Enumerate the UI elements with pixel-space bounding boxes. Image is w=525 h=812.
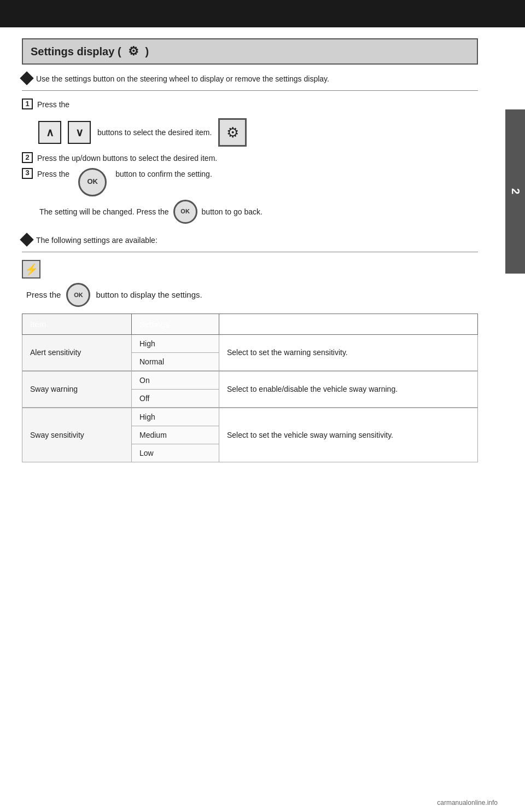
section-title-suffix: ): [145, 45, 149, 58]
divider-2: [22, 252, 478, 252]
item-cell-alert: Alert sensitivity: [22, 334, 132, 371]
details-cell-sway-warning: Select to enable/disable the vehicle swa…: [219, 371, 478, 408]
item-cell-sway-warning: Sway warning: [22, 371, 132, 408]
step3-sub-text2: button to go back.: [202, 206, 262, 218]
step-num-3: 3: [22, 168, 33, 179]
footer-watermark: carmanualonline.info: [437, 799, 498, 807]
ok-button-2[interactable]: OK: [173, 200, 197, 224]
settings-table: Item Settings Details Alert sensitivity …: [22, 314, 478, 462]
diamond-icon-1: [20, 71, 33, 85]
bullet-row-1: Use the settings button on the steering …: [22, 73, 478, 85]
divider-1: [22, 90, 478, 91]
nav-icons-row: ∧ ∨ buttons to select the desired item. …: [38, 118, 478, 147]
gear-icon: ⚙: [126, 44, 141, 59]
step-num-1: 1: [22, 98, 33, 109]
section-header: Settings display ( ⚙ ): [22, 38, 478, 65]
watermark-text: carmanualonline.info: [437, 799, 498, 807]
settings-cell-low: Low: [132, 444, 219, 462]
table-row: Sway sensitivity High Select to set the …: [22, 408, 478, 426]
ok-desc-text2: button to display the settings.: [96, 290, 202, 299]
table-row: Sway warning On Select to enable/disable…: [22, 371, 478, 390]
details-cell-sway-sensitivity: Select to set the vehicle sway warning s…: [219, 408, 478, 462]
step-row-2: 2 Press the up/down buttons to select th…: [22, 152, 478, 164]
step2-text: Press the up/down buttons to select the …: [37, 152, 217, 164]
bullet2-text: The following settings are available:: [36, 235, 478, 246]
function-icon: ⚡: [22, 260, 40, 279]
step1-text2: buttons to select the desired item.: [97, 126, 212, 138]
details-cell-alert: Select to set the warning sensitivity.: [219, 334, 478, 371]
step-num-2: 2: [22, 152, 33, 163]
step-row-3: 3 Press the OK button to confirm the set…: [22, 168, 478, 196]
ok-button-3[interactable]: OK: [66, 283, 90, 307]
bullet1-text: Use the settings button on the steering …: [36, 73, 478, 85]
step-row-1: 1 Press the: [22, 98, 478, 111]
settings-cell-high-2: High: [132, 408, 219, 426]
settings-cell-high-1: High: [132, 334, 219, 352]
ok-desc-text1: Press the: [26, 290, 61, 299]
table-row: Alert sensitivity High Select to set the…: [22, 334, 478, 352]
bullet-row-2: The following settings are available:: [22, 235, 478, 246]
section-title: Settings display (: [31, 45, 121, 58]
item-cell-sway-sensitivity: Sway sensitivity: [22, 408, 132, 462]
down-arrow-icon[interactable]: ∨: [68, 121, 91, 144]
settings-cell-normal: Normal: [132, 352, 219, 371]
step1-text: Press the: [37, 98, 69, 111]
ok-button-1[interactable]: OK: [78, 168, 107, 196]
col-settings: Settings: [132, 314, 219, 334]
steps-area: 1 Press the ∧ ∨ buttons to select the de…: [22, 98, 478, 224]
top-bar: [0, 0, 525, 27]
diamond-icon-2: [20, 233, 33, 246]
ok-desc-row: Press the OK button to display the setti…: [26, 283, 478, 307]
settings-cell-medium: Medium: [132, 426, 219, 444]
up-arrow-icon[interactable]: ∧: [38, 121, 61, 144]
step3-text: Press the: [37, 168, 69, 180]
side-tab-label: 2: [509, 188, 522, 194]
settings-cell-off: Off: [132, 389, 219, 408]
main-content: Settings display ( ⚙ ) Use the settings …: [0, 27, 505, 473]
icon-text-row: ⚡: [22, 260, 478, 279]
table-header-row: Item Settings Details: [22, 314, 478, 334]
col-item: Item: [22, 314, 132, 334]
gear-button-icon[interactable]: ⚙: [218, 118, 247, 147]
side-tab: 2: [505, 109, 525, 274]
col-details: Details: [219, 314, 478, 334]
step3-sub-text1: The setting will be changed. Press the: [39, 206, 169, 218]
step3-sub: The setting will be changed. Press the O…: [39, 200, 478, 224]
settings-cell-on: On: [132, 371, 219, 390]
step3-text2: button to confirm the setting.: [115, 168, 212, 180]
section2: The following settings are available: ⚡ …: [22, 235, 478, 462]
